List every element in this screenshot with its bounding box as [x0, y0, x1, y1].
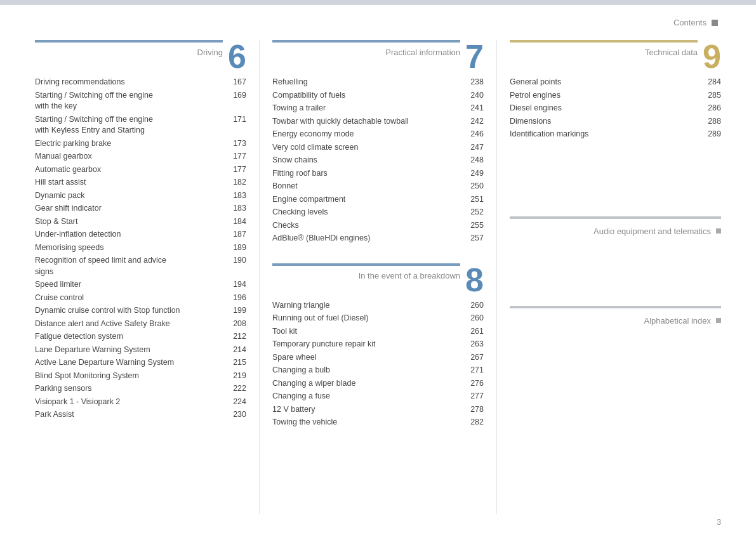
breakdown-title: In the event of a breakdown [272, 271, 460, 280]
toc-entry: Park Assist 230 [35, 409, 246, 421]
toc-entry: Spare wheel267 [272, 352, 484, 364]
toc-entry: Bonnet250 [272, 181, 484, 192]
toc-entry: Diesel engines286 [510, 103, 721, 114]
section-audio: Audio equipment and telematics [510, 216, 721, 236]
spacer-2 [510, 255, 721, 306]
toc-entry: Hill start assist 182 [35, 177, 246, 188]
toc-entry: Distance alert and Active Safety Brake 2… [35, 319, 246, 330]
toc-entry: Temporary puncture repair kit263 [272, 339, 484, 350]
toc-entry: Lane Departure Warning System 214 [35, 345, 246, 356]
toc-entry: Automatic gearbox 177 [35, 164, 246, 176]
top-bar [0, 0, 756, 5]
toc-entry: Active Lane Departure Warning System 215 [35, 357, 246, 369]
practical-number: 7 [465, 38, 484, 75]
header-square-icon [712, 20, 718, 26]
toc-entry: Starting / Switching off the enginewith … [35, 90, 246, 112]
toc-entry: Identification markings289 [510, 129, 721, 140]
technical-title: Technical data [510, 48, 698, 57]
toc-entry: Parking sensors 222 [35, 383, 246, 395]
toc-entry: Under-inflation detection 187 [35, 229, 246, 240]
toc-entry: Compatibility of fuels240 [272, 90, 484, 102]
toc-entry: Speed limiter 194 [35, 279, 246, 291]
toc-entry: Starting / Switching off the enginewith … [35, 114, 246, 136]
toc-entry: 12 V battery278 [272, 404, 484, 416]
toc-entry: Changing a bulb271 [272, 365, 484, 376]
toc-entry: Gear shift indicator 183 [35, 203, 246, 214]
bar-driving [35, 40, 223, 43]
divider-1 [259, 40, 260, 514]
toc-entry: Dynamic cruise control with Stop functio… [35, 305, 246, 317]
toc-entry: AdBlue® (BlueHDi engines)257 [272, 233, 484, 244]
toc-entry: Tool kit261 [272, 326, 484, 338]
audio-label: Audio equipment and telematics [594, 227, 711, 236]
toc-entry: Refuelling238 [272, 77, 484, 88]
col-technical: Technical data 9 General points284 Petro… [510, 40, 721, 514]
toc-entry: Warning triangle260 [272, 300, 484, 312]
col-driving: Driving 6 Driving recommendations 167 St… [35, 40, 246, 514]
audio-square-icon [716, 228, 721, 234]
practical-toc: Refuelling238 Compatibility of fuels240 … [272, 77, 484, 244]
toc-entry: Memorising speeds 189 [35, 242, 246, 254]
footer-page-number: 3 [717, 518, 721, 527]
header-title: Contents [673, 18, 706, 27]
section-alphabetical: Alphabetical index [510, 306, 721, 326]
bar-breakdown [272, 263, 460, 266]
alphabetical-square-icon [716, 318, 721, 323]
toc-entry: Checking levels252 [272, 207, 484, 218]
bar-audio [510, 216, 721, 219]
toc-entry: Engine compartment251 [272, 194, 484, 206]
col-practical: Practical information 7 Refuelling238 Co… [272, 40, 484, 514]
header-contents: Contents [673, 18, 718, 27]
toc-entry: Blind Spot Monitoring System 219 [35, 371, 246, 382]
toc-entry: Recognition of speed limit and advicesig… [35, 255, 246, 277]
breakdown-toc: Warning triangle260 Running out of fuel … [272, 300, 484, 428]
toc-entry: Stop & Start 184 [35, 216, 246, 228]
divider-2 [496, 40, 497, 514]
toc-entry: Snow chains248 [272, 155, 484, 166]
toc-entry: Fitting roof bars249 [272, 168, 484, 180]
toc-entry: Manual gearbox 177 [35, 151, 246, 162]
toc-entry: Changing a wiper blade276 [272, 378, 484, 390]
toc-entry: Checks255 [272, 220, 484, 232]
section-breakdown: In the event of a breakdown 8 Warning tr… [272, 263, 484, 428]
toc-entry: Energy economy mode246 [272, 129, 484, 140]
alphabetical-label: Alphabetical index [644, 316, 711, 326]
toc-entry: General points284 [510, 77, 721, 88]
toc-entry: Electric parking brake 173 [35, 138, 246, 150]
spacer-1 [510, 166, 721, 216]
toc-entry: Changing a fuse277 [272, 391, 484, 402]
technical-number: 9 [703, 38, 721, 75]
practical-title: Practical information [272, 48, 460, 57]
toc-entry: Towing a trailer241 [272, 103, 484, 114]
toc-entry: Visiopark 1 - Visiopark 2 224 [35, 397, 246, 408]
toc-entry: Cruise control 196 [35, 293, 246, 304]
driving-title: Driving [35, 48, 223, 57]
toc-entry: Driving recommendations 167 [35, 77, 246, 88]
section-technical: Technical data 9 General points284 Petro… [510, 40, 721, 140]
header: Contents [0, 5, 756, 40]
toc-entry: Towing the vehicle282 [272, 417, 484, 428]
breakdown-number: 8 [465, 261, 484, 298]
toc-entry: Running out of fuel (Diesel)260 [272, 313, 484, 324]
toc-entry: Very cold climate screen247 [272, 142, 484, 154]
toc-entry: Towbar with quickly detachable towball24… [272, 116, 484, 128]
bar-technical [510, 40, 698, 43]
section-practical: Practical information 7 Refuelling238 Co… [272, 40, 484, 244]
bar-alphabetical [510, 306, 721, 308]
main-content: Driving 6 Driving recommendations 167 St… [35, 40, 721, 514]
technical-toc: General points284 Petrol engines285 Dies… [510, 77, 721, 140]
driving-toc: Driving recommendations 167 Starting / S… [35, 77, 246, 421]
toc-entry: Dynamic pack 183 [35, 190, 246, 202]
toc-entry: Fatigue detection system 212 [35, 331, 246, 343]
toc-entry: Petrol engines285 [510, 90, 721, 102]
toc-entry: Dimensions288 [510, 116, 721, 128]
driving-number: 6 [228, 38, 246, 75]
bar-practical [272, 40, 460, 43]
